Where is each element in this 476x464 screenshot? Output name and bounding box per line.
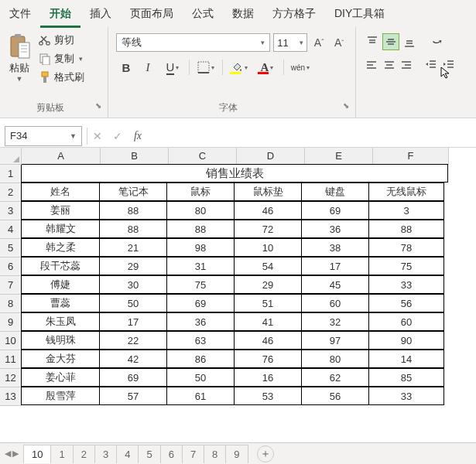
cancel-formula-button[interactable]: ✕: [87, 126, 108, 146]
table-cell[interactable]: 85: [368, 368, 444, 387]
table-cell[interactable]: 曹蕊: [21, 294, 100, 312]
font-size-select[interactable]: 11 ▾: [273, 33, 307, 52]
chevron-down-icon[interactable]: ▾: [79, 55, 83, 63]
table-cell[interactable]: 金大芬: [21, 350, 100, 368]
table-cell[interactable]: 45: [301, 275, 369, 294]
add-sheet-button[interactable]: ＋: [257, 445, 274, 462]
align-middle-button[interactable]: [382, 33, 399, 50]
paste-button[interactable]: 粘贴 ▼: [5, 30, 34, 84]
table-cell[interactable]: 88: [99, 201, 167, 220]
table-cell[interactable]: 76: [234, 350, 302, 368]
increase-font-button[interactable]: Aˆ: [310, 34, 327, 51]
table-cell[interactable]: 3: [368, 201, 444, 220]
table-header-cell[interactable]: 无线鼠标: [368, 183, 444, 201]
table-cell[interactable]: 60: [368, 312, 444, 331]
table-cell[interactable]: 62: [301, 368, 369, 387]
table-cell[interactable]: 殷雪萍: [21, 387, 100, 405]
row-header[interactable]: 9: [0, 313, 22, 332]
chevron-down-icon[interactable]: ▼: [16, 75, 23, 83]
sheet-tab[interactable]: 4: [116, 445, 139, 463]
table-cell[interactable]: 88: [368, 220, 444, 238]
table-cell[interactable]: 姜心菲: [21, 368, 100, 387]
column-header[interactable]: C: [169, 148, 237, 165]
phonetic-button[interactable]: wén▾: [287, 58, 313, 77]
sheet-tab[interactable]: 6: [160, 445, 183, 463]
align-right-button[interactable]: [399, 56, 415, 73]
table-cell[interactable]: 72: [234, 220, 302, 238]
table-cell[interactable]: 14: [368, 350, 444, 368]
table-cell[interactable]: 17: [301, 257, 369, 275]
table-cell[interactable]: 段干芯蕊: [21, 257, 100, 275]
column-header[interactable]: F: [373, 148, 449, 165]
table-cell[interactable]: 10: [234, 238, 302, 257]
table-cell[interactable]: 90: [368, 331, 444, 350]
row-header[interactable]: 13: [0, 387, 22, 406]
table-header-cell[interactable]: 键盘: [301, 183, 369, 201]
table-cell[interactable]: 钱明珠: [21, 331, 100, 350]
table-header-cell[interactable]: 笔记本: [99, 183, 167, 201]
align-top-button[interactable]: [364, 33, 381, 50]
name-box[interactable]: F34 ▼: [5, 126, 82, 146]
table-cell[interactable]: 29: [234, 275, 302, 294]
menu-item-5[interactable]: 数据: [223, 7, 263, 21]
table-cell[interactable]: 86: [166, 350, 235, 368]
sheet-tab[interactable]: 10: [23, 445, 51, 463]
column-header[interactable]: A: [22, 148, 101, 165]
table-cell[interactable]: 38: [301, 238, 369, 257]
row-header[interactable]: 6: [0, 258, 22, 276]
table-cell[interactable]: 朱玉凤: [21, 312, 100, 331]
formula-input[interactable]: [148, 126, 476, 146]
table-cell[interactable]: 98: [166, 238, 235, 257]
table-cell[interactable]: 80: [301, 350, 369, 368]
table-cell[interactable]: 51: [234, 294, 302, 312]
decrease-indent-button[interactable]: [423, 56, 440, 73]
row-header[interactable]: 3: [0, 202, 22, 220]
table-cell[interactable]: 36: [166, 312, 235, 331]
table-cell[interactable]: 50: [99, 294, 167, 312]
select-all-button[interactable]: [0, 148, 22, 165]
align-left-button[interactable]: [364, 56, 380, 73]
table-cell[interactable]: 60: [301, 294, 369, 312]
table-header-cell[interactable]: 姓名: [21, 183, 100, 201]
menu-item-3[interactable]: 页面布局: [121, 7, 183, 21]
copy-button[interactable]: 复制 ▾: [39, 52, 84, 66]
row-header[interactable]: 7: [0, 276, 22, 295]
table-cell[interactable]: 53: [234, 387, 302, 405]
align-center-button[interactable]: [382, 56, 398, 73]
row-header[interactable]: 4: [0, 220, 22, 239]
table-cell[interactable]: 29: [99, 257, 167, 275]
table-cell[interactable]: 韩耀文: [21, 220, 100, 238]
sheet-tab[interactable]: 7: [182, 445, 204, 463]
table-cell[interactable]: 56: [301, 387, 369, 405]
italic-button[interactable]: I: [138, 58, 158, 77]
table-title[interactable]: 销售业绩表: [21, 164, 448, 183]
table-cell[interactable]: 88: [99, 220, 167, 238]
tab-nav-next[interactable]: ▶: [12, 449, 19, 459]
cut-button[interactable]: 剪切: [39, 33, 84, 47]
row-header[interactable]: 12: [0, 369, 22, 387]
menu-item-1[interactable]: 开始: [40, 0, 80, 28]
table-cell[interactable]: 31: [166, 257, 235, 275]
table-cell[interactable]: 56: [368, 294, 444, 312]
row-header[interactable]: 2: [0, 183, 22, 202]
column-header[interactable]: E: [305, 148, 373, 165]
table-cell[interactable]: 54: [234, 257, 302, 275]
table-cell[interactable]: 69: [301, 201, 369, 220]
table-cell[interactable]: 57: [99, 387, 167, 405]
table-cell[interactable]: 33: [368, 387, 444, 405]
dialog-launcher-icon[interactable]: ⬊: [95, 101, 101, 110]
table-cell[interactable]: 75: [368, 257, 444, 275]
sheet-tab[interactable]: 1: [50, 445, 73, 463]
sheet-tab[interactable]: 3: [94, 445, 117, 463]
table-cell[interactable]: 32: [301, 312, 369, 331]
sheet-tab[interactable]: 5: [138, 445, 160, 463]
table-cell[interactable]: 33: [368, 275, 444, 294]
fill-color-button[interactable]: ▾: [226, 58, 252, 77]
menu-item-0[interactable]: 文件: [0, 7, 40, 21]
table-cell[interactable]: 69: [166, 294, 235, 312]
table-header-cell[interactable]: 鼠标垫: [234, 183, 302, 201]
decrease-font-button[interactable]: Aˇ: [330, 34, 348, 51]
table-cell[interactable]: 17: [99, 312, 167, 331]
table-cell[interactable]: 63: [166, 331, 235, 350]
font-color-button[interactable]: A ▾: [254, 58, 280, 77]
